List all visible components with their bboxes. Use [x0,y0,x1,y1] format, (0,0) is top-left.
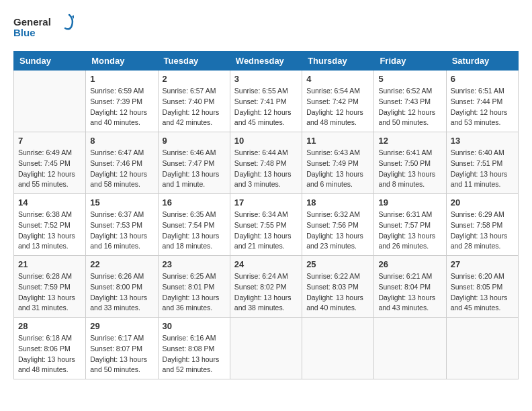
day-number: 28 [18,321,81,331]
day-number: 11 [306,136,369,146]
day-cell: 11Sunrise: 6:43 AMSunset: 7:49 PMDayligh… [302,132,374,194]
day-number: 8 [90,136,153,146]
day-cell: 21Sunrise: 6:28 AMSunset: 7:59 PMDayligh… [14,256,86,318]
day-number: 10 [234,136,298,146]
day-number: 24 [234,259,298,269]
day-number: 3 [234,74,298,84]
day-cell: 4Sunrise: 6:54 AMSunset: 7:42 PMDaylight… [302,71,374,132]
day-number: 16 [163,197,226,208]
day-cell: 19Sunrise: 6:31 AMSunset: 7:57 PMDayligh… [374,194,446,256]
day-cell: 1Sunrise: 6:59 AMSunset: 7:39 PMDaylight… [86,71,158,132]
day-cell: 20Sunrise: 6:29 AMSunset: 7:58 PMDayligh… [446,194,518,256]
day-number: 12 [378,136,441,146]
day-info: Sunrise: 6:35 AMSunset: 7:54 PMDaylight:… [163,210,226,252]
week-row-4: 21Sunrise: 6:28 AMSunset: 7:59 PMDayligh… [14,256,519,318]
day-cell: 15Sunrise: 6:37 AMSunset: 7:53 PMDayligh… [86,194,158,256]
day-number: 15 [90,197,153,208]
svg-text:Blue: Blue [13,27,36,38]
day-number: 20 [451,197,514,208]
day-info: Sunrise: 6:51 AMSunset: 7:44 PMDaylight:… [451,86,514,128]
day-info: Sunrise: 6:40 AMSunset: 7:51 PMDaylight:… [451,148,514,190]
day-cell: 2Sunrise: 6:57 AMSunset: 7:40 PMDaylight… [158,71,230,132]
day-number: 25 [306,259,369,269]
day-info: Sunrise: 6:22 AMSunset: 8:03 PMDaylight:… [306,271,369,314]
day-cell: 9Sunrise: 6:46 AMSunset: 7:47 PMDaylight… [158,132,230,194]
day-cell [446,318,518,379]
day-cell: 17Sunrise: 6:34 AMSunset: 7:55 PMDayligh… [230,194,302,256]
day-cell: 8Sunrise: 6:47 AMSunset: 7:46 PMDaylight… [86,132,158,194]
day-info: Sunrise: 6:32 AMSunset: 7:56 PMDaylight:… [306,210,369,252]
day-info: Sunrise: 6:29 AMSunset: 7:58 PMDaylight:… [451,210,514,252]
day-info: Sunrise: 6:47 AMSunset: 7:46 PMDaylight:… [90,148,153,190]
day-info: Sunrise: 6:44 AMSunset: 7:48 PMDaylight:… [234,148,298,190]
day-cell: 12Sunrise: 6:41 AMSunset: 7:50 PMDayligh… [374,132,446,194]
day-info: Sunrise: 6:34 AMSunset: 7:55 PMDaylight:… [234,210,298,252]
day-info: Sunrise: 6:21 AMSunset: 8:04 PMDaylight:… [378,271,441,314]
day-info: Sunrise: 6:20 AMSunset: 8:05 PMDaylight:… [451,271,514,314]
week-row-1: 1Sunrise: 6:59 AMSunset: 7:39 PMDaylight… [14,71,519,132]
day-cell: 10Sunrise: 6:44 AMSunset: 7:48 PMDayligh… [230,132,302,194]
calendar-table: SundayMondayTuesdayWednesdayThursdayFrid… [13,51,519,379]
day-info: Sunrise: 6:16 AMSunset: 8:08 PMDaylight:… [163,333,226,375]
day-cell: 29Sunrise: 6:17 AMSunset: 8:07 PMDayligh… [86,318,158,379]
logo-svg: General Blue [13,13,74,40]
day-number: 7 [18,136,81,146]
day-info: Sunrise: 6:46 AMSunset: 7:47 PMDaylight:… [163,148,226,190]
week-row-5: 28Sunrise: 6:18 AMSunset: 8:06 PMDayligh… [14,318,519,379]
day-info: Sunrise: 6:55 AMSunset: 7:41 PMDaylight:… [234,86,298,128]
svg-text:General: General [13,16,51,28]
week-row-2: 7Sunrise: 6:49 AMSunset: 7:45 PMDaylight… [14,132,519,194]
day-cell: 30Sunrise: 6:16 AMSunset: 8:08 PMDayligh… [158,318,230,379]
day-cell: 5Sunrise: 6:52 AMSunset: 7:43 PMDaylight… [374,71,446,132]
day-cell: 25Sunrise: 6:22 AMSunset: 8:03 PMDayligh… [302,256,374,318]
day-info: Sunrise: 6:37 AMSunset: 7:53 PMDaylight:… [90,210,153,252]
col-header-saturday: Saturday [446,52,518,71]
day-info: Sunrise: 6:38 AMSunset: 7:52 PMDaylight:… [18,210,81,252]
day-cell [14,71,86,132]
day-info: Sunrise: 6:17 AMSunset: 8:07 PMDaylight:… [90,333,153,375]
col-header-sunday: Sunday [14,52,86,71]
day-info: Sunrise: 6:59 AMSunset: 7:39 PMDaylight:… [90,86,153,128]
day-cell: 6Sunrise: 6:51 AMSunset: 7:44 PMDaylight… [446,71,518,132]
day-number: 22 [90,259,153,269]
day-cell: 24Sunrise: 6:24 AMSunset: 8:02 PMDayligh… [230,256,302,318]
day-cell: 16Sunrise: 6:35 AMSunset: 7:54 PMDayligh… [158,194,230,256]
day-info: Sunrise: 6:28 AMSunset: 7:59 PMDaylight:… [18,271,81,314]
day-number: 5 [378,74,441,84]
day-number: 26 [378,259,441,269]
day-number: 1 [90,74,153,84]
day-info: Sunrise: 6:49 AMSunset: 7:45 PMDaylight:… [18,148,81,190]
day-cell: 7Sunrise: 6:49 AMSunset: 7:45 PMDaylight… [14,132,86,194]
day-cell: 27Sunrise: 6:20 AMSunset: 8:05 PMDayligh… [446,256,518,318]
day-number: 18 [306,197,369,208]
header: General Blue [13,13,519,40]
day-info: Sunrise: 6:26 AMSunset: 8:00 PMDaylight:… [90,271,153,314]
day-cell: 18Sunrise: 6:32 AMSunset: 7:56 PMDayligh… [302,194,374,256]
day-number: 2 [163,74,226,84]
day-number: 29 [90,321,153,331]
col-header-wednesday: Wednesday [230,52,302,71]
day-info: Sunrise: 6:54 AMSunset: 7:42 PMDaylight:… [306,86,369,128]
day-number: 6 [451,74,514,84]
day-cell: 13Sunrise: 6:40 AMSunset: 7:51 PMDayligh… [446,132,518,194]
day-number: 14 [18,197,81,208]
header-row: SundayMondayTuesdayWednesdayThursdayFrid… [14,52,519,71]
day-cell: 14Sunrise: 6:38 AMSunset: 7:52 PMDayligh… [14,194,86,256]
day-cell [374,318,446,379]
day-cell: 23Sunrise: 6:25 AMSunset: 8:01 PMDayligh… [158,256,230,318]
day-cell: 28Sunrise: 6:18 AMSunset: 8:06 PMDayligh… [14,318,86,379]
day-cell [230,318,302,379]
day-number: 9 [163,136,226,146]
day-number: 23 [163,259,226,269]
col-header-friday: Friday [374,52,446,71]
day-number: 4 [306,74,369,84]
day-number: 27 [451,259,514,269]
day-cell: 26Sunrise: 6:21 AMSunset: 8:04 PMDayligh… [374,256,446,318]
day-cell: 22Sunrise: 6:26 AMSunset: 8:00 PMDayligh… [86,256,158,318]
col-header-monday: Monday [86,52,158,71]
day-info: Sunrise: 6:57 AMSunset: 7:40 PMDaylight:… [163,86,226,128]
col-header-tuesday: Tuesday [158,52,230,71]
day-info: Sunrise: 6:25 AMSunset: 8:01 PMDaylight:… [163,271,226,314]
week-row-3: 14Sunrise: 6:38 AMSunset: 7:52 PMDayligh… [14,194,519,256]
day-info: Sunrise: 6:41 AMSunset: 7:50 PMDaylight:… [378,148,441,190]
